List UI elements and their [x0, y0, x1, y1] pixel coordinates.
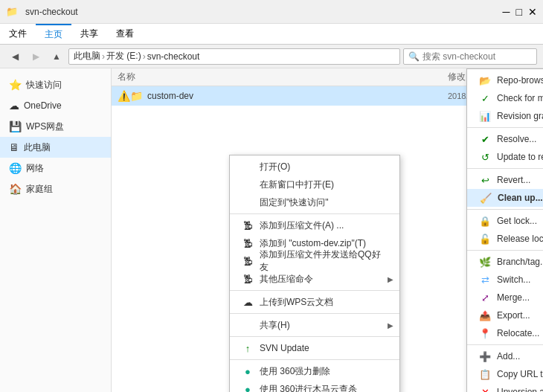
sidebar-label-onedrive: OneDrive	[24, 100, 62, 111]
cm-revert[interactable]: ↩ Revert...	[467, 171, 543, 189]
share-icon	[242, 319, 254, 331]
sidebar-item-thispc[interactable]: 🖥 此电脑	[0, 137, 111, 158]
svn-update-icon: ↑	[242, 342, 254, 354]
sidebar-label-quickaccess: 快速访问	[26, 79, 62, 91]
cm-release-lock[interactable]: 🔓 Release lock...	[467, 230, 543, 248]
cm-resolve[interactable]: ✔ Resolve...	[467, 130, 543, 148]
cm-360-scan-label: 使用 360进行木马云查杀	[260, 383, 388, 393]
cm-compress-label: 添加到压缩文件(A) ...	[260, 219, 388, 232]
minimize-button[interactable]: ─	[503, 6, 510, 18]
rsep-4	[467, 250, 543, 251]
path-part-3: svn-checkout	[147, 51, 200, 62]
up-button[interactable]: ▲	[48, 48, 65, 65]
cm-360-scan[interactable]: ● 使用 360进行木马云查杀	[230, 380, 399, 392]
tab-view[interactable]: 查看	[107, 24, 143, 44]
cm-export[interactable]: 📤 Export...	[467, 306, 543, 324]
sidebar-item-onedrive[interactable]: ☁ OneDrive	[0, 95, 111, 116]
address-path[interactable]: 此电脑 › 开发 (E:) › svn-checkout	[68, 48, 400, 65]
cm-add[interactable]: ➕ Add...	[467, 347, 543, 365]
sidebar-label-network: 网络	[26, 162, 44, 175]
search-icon: 🔍	[408, 51, 420, 62]
search-input[interactable]	[422, 51, 532, 62]
cm-cleanup[interactable]: 🧹 Clean up...	[467, 189, 543, 207]
cm-compress[interactable]: 🗜 添加到压缩文件(A) ...	[230, 216, 399, 234]
tab-share[interactable]: 共享	[71, 24, 107, 44]
revert-icon: ↩	[479, 174, 491, 186]
cm-compress-more[interactable]: 🗜 其他压缩命令	[230, 270, 399, 288]
cm-upload-wps[interactable]: ☁ 上传到WPS云文档	[230, 293, 399, 311]
cm-compress-more-label: 其他压缩命令	[260, 273, 388, 286]
cm-svn-update-label: SVN Update	[260, 343, 388, 353]
unversion-icon: ✕	[479, 386, 491, 392]
sep-1	[230, 213, 399, 214]
cm-open-new-window[interactable]: 在新窗口中打开(E)	[230, 176, 399, 193]
cm-get-lock-label: Get lock...	[497, 216, 543, 226]
compress-more-icon: 🗜	[242, 273, 254, 285]
explorer-body: ⭐ 快速访问 ☁ OneDrive 💾 WPS网盘 🖥 此电脑 🌐 网络 🏠 家…	[0, 68, 543, 392]
cm-compress-qq[interactable]: 🗜 添加到压缩文件并发送给QQ好友	[230, 252, 399, 270]
cm-svn-update[interactable]: ↑ SVN Update	[230, 339, 399, 357]
cm-open-new-window-label: 在新窗口中打开(E)	[260, 179, 388, 191]
cm-unversion[interactable]: ✕ Unversion and add to ignore list	[467, 383, 543, 392]
rsep-2	[467, 168, 543, 169]
cm-revision-graph-label: Revision graph	[497, 111, 543, 121]
cm-pin-quickaccess[interactable]: 固定到"快速访问"	[230, 193, 399, 211]
merge-icon: ⤢	[479, 292, 491, 303]
cm-open[interactable]: 打开(O)	[230, 158, 399, 176]
check-mod-icon: ✓	[479, 92, 491, 104]
cm-repo-browser-label: Repo-browser	[497, 75, 543, 86]
sidebar-item-quickaccess[interactable]: ⭐ 快速访问	[0, 74, 111, 95]
cm-copy-url-label: Copy URL to clipboard	[497, 369, 543, 379]
file-list: 名称 修改日期 ⚠️📁 custom-dev 2018/12/27 打开(O) …	[112, 68, 543, 392]
upload-wps-icon: ☁	[242, 296, 254, 308]
sidebar-label-wpsdisk: WPS网盘	[26, 121, 64, 133]
cm-update-to-revision[interactable]: ↺ Update to revision...	[467, 148, 543, 166]
sidebar-item-homegroup[interactable]: 🏠 家庭组	[0, 179, 111, 199]
close-button[interactable]: ✕	[528, 6, 537, 18]
relocate-icon: 📍	[479, 327, 491, 339]
thispc-icon: 🖥	[9, 141, 19, 153]
quickaccess-icon: ⭐	[9, 79, 22, 91]
cm-pin-label: 固定到"快速访问"	[260, 196, 388, 209]
context-menu-right: 📂 Repo-browser ✓ Check for modifications…	[466, 68, 543, 392]
cm-copy-url[interactable]: 📋 Copy URL to clipboard	[467, 365, 543, 383]
cm-merge-label: Merge...	[497, 292, 543, 303]
forward-button[interactable]: ▶	[27, 48, 45, 65]
cm-relocate[interactable]: 📍 Relocate...	[467, 324, 543, 342]
sidebar-item-wpsdisk[interactable]: 💾 WPS网盘	[0, 116, 111, 137]
resolve-icon: ✔	[479, 133, 491, 145]
cm-switch-label: Switch...	[497, 274, 543, 285]
rsep-5	[467, 344, 543, 345]
col-header-name: 名称	[118, 71, 448, 83]
repo-browser-icon: 📂	[479, 74, 491, 86]
add-icon: ➕	[479, 350, 491, 362]
cm-compress-zip-label: 添加到 "custom-dev.zip"(T)	[260, 237, 388, 250]
cm-relocate-label: Relocate...	[497, 328, 543, 338]
cm-merge[interactable]: ⤢ Merge...	[467, 289, 543, 306]
sep-3	[230, 313, 399, 314]
maximize-button[interactable]: □	[516, 6, 522, 18]
sidebar: ⭐ 快速访问 ☁ OneDrive 💾 WPS网盘 🖥 此电脑 🌐 网络 🏠 家…	[0, 68, 112, 392]
sep-2	[230, 290, 399, 291]
back-button[interactable]: ◀	[6, 48, 24, 65]
branch-tag-icon: 🌿	[479, 256, 491, 268]
cm-get-lock[interactable]: 🔒 Get lock...	[467, 212, 543, 230]
360-scan-icon: ●	[242, 383, 254, 392]
cm-release-lock-label: Release lock...	[497, 234, 543, 244]
cm-check-modifications[interactable]: ✓ Check for modifications	[467, 89, 543, 107]
cm-revision-graph[interactable]: 📊 Revision graph	[467, 107, 543, 125]
sidebar-item-network[interactable]: 🌐 网络	[0, 158, 111, 179]
release-lock-icon: 🔓	[479, 233, 491, 245]
cm-revert-label: Revert...	[497, 175, 543, 185]
cm-share[interactable]: 共享(H)	[230, 316, 399, 334]
cm-upload-wps-label: 上传到WPS云文档	[260, 296, 388, 309]
tab-home[interactable]: 主页	[36, 24, 71, 44]
tab-file[interactable]: 文件	[0, 24, 36, 44]
sidebar-label-thispc: 此电脑	[24, 141, 51, 154]
cm-repo-browser[interactable]: 📂 Repo-browser	[467, 71, 543, 89]
cm-branch-tag[interactable]: 🌿 Branch/tag...	[467, 253, 543, 271]
cm-switch[interactable]: ⇄ Switch...	[467, 271, 543, 289]
360-delete-icon: ●	[242, 365, 254, 377]
onedrive-icon: ☁	[9, 100, 19, 112]
cm-360-delete[interactable]: ● 使用 360强力删除	[230, 362, 399, 380]
